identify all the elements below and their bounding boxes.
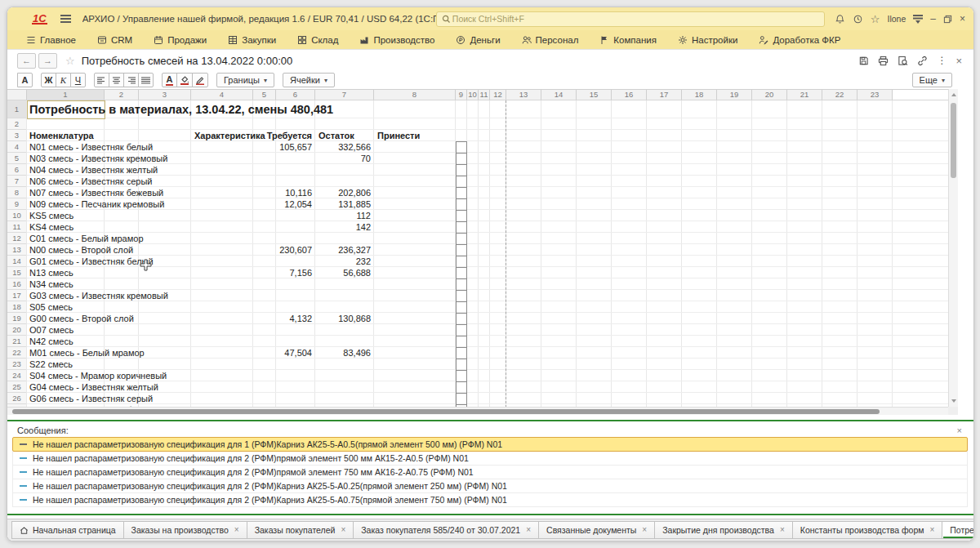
tabbar-splitter[interactable] [7, 514, 973, 515]
menu-item-kompaniya[interactable]: Компания [589, 30, 667, 49]
menu-item-glavnoe[interactable]: Главное [16, 30, 87, 49]
more-actions-icon[interactable]: ⋮ [937, 56, 947, 65]
message-item[interactable]: Не нашел распараметризованую спецификаци… [12, 465, 968, 479]
tab-prod-constants[interactable]: Константы производства форм× [792, 521, 943, 539]
fill-color-button[interactable] [176, 73, 193, 87]
row-header-8[interactable]: 8 [7, 187, 27, 198]
menu-item-prodazhi[interactable]: Продажи [143, 30, 217, 49]
more-dropdown[interactable]: Еще ▾ [912, 73, 952, 87]
cell-nomenclature[interactable]: C01 смесь - Белый мрамор [29, 234, 144, 244]
row-header-10[interactable]: 10 [7, 210, 27, 221]
bring-box-cell[interactable] [456, 164, 467, 176]
cell-nomenclature[interactable]: S05 смесь [29, 302, 73, 313]
row-header-24[interactable]: 24 [7, 370, 27, 381]
row-header-4[interactable]: 4 [7, 141, 27, 153]
bring-box-cell[interactable] [456, 370, 467, 382]
vertical-scrollbar[interactable] [948, 89, 958, 407]
tab-day-close[interactable]: Закрытие дня производства× [654, 521, 793, 539]
bring-box-cell[interactable] [456, 244, 467, 256]
cell-remaining[interactable]: 232 [315, 256, 371, 267]
cell-nomenclature[interactable]: O07 смесь [29, 325, 74, 336]
row-header-14[interactable]: 14 [7, 256, 27, 267]
close-document-icon[interactable]: × [956, 56, 962, 66]
bring-box-cell[interactable] [456, 176, 467, 188]
row-header-3[interactable]: 3 [7, 130, 27, 141]
row-header-23[interactable]: 23 [7, 359, 27, 370]
font-color-button[interactable]: А [162, 73, 177, 87]
message-item[interactable]: Не нашел распараметризованую спецификаци… [12, 492, 968, 507]
tab-close-icon[interactable]: × [929, 526, 934, 534]
bring-box-cell[interactable] [456, 278, 467, 291]
cell-nomenclature[interactable]: S04 смесь - Мрамор коричневый [29, 371, 167, 381]
cell-remaining[interactable]: 130,868 [315, 314, 371, 324]
cell-nomenclature[interactable]: KS4 смесь [29, 222, 74, 233]
row-header-12[interactable]: 12 [7, 233, 27, 244]
print-icon[interactable] [878, 56, 889, 66]
row-header-6[interactable]: 6 [7, 164, 27, 176]
menu-item-dengi[interactable]: Деньги [445, 30, 510, 49]
menu-item-sklad[interactable]: Склад [287, 30, 349, 49]
tab-close-icon[interactable]: × [526, 526, 531, 534]
cell-header-required[interactable]: Требуется [255, 131, 312, 141]
cell-nomenclature[interactable]: S22 смесь [29, 359, 73, 370]
row-header-26[interactable]: 26 [7, 393, 27, 404]
cell-remaining[interactable]: 70 [315, 154, 371, 164]
tab-related-docs[interactable]: Связанные документы× [538, 521, 655, 539]
row-header-17[interactable]: 17 [7, 290, 27, 301]
scroll-up-icon[interactable] [951, 93, 956, 96]
close-window-button[interactable]: × [960, 14, 965, 24]
cell-required[interactable]: 47,504 [255, 348, 312, 359]
row-header-2[interactable]: 2 [7, 118, 27, 130]
cell-nomenclature[interactable]: N01 смесь - Известняк белый [29, 142, 153, 153]
bring-box-cell[interactable] [456, 347, 467, 359]
borders-dropdown[interactable]: Границы ▾ [216, 73, 274, 87]
row-header-9[interactable]: 9 [7, 198, 27, 210]
cell-nomenclature[interactable]: N42 смесь [29, 336, 74, 347]
cell-nomenclature[interactable]: G04 смесь - Известняк желтый [29, 382, 158, 393]
cell-header-nomenclature[interactable]: Номенклатура [29, 131, 94, 141]
bring-box-cell[interactable] [456, 290, 467, 302]
bring-box-cell[interactable] [456, 198, 467, 211]
cell-nomenclature[interactable]: N06 смесь - Известняк серый [29, 176, 152, 187]
font-button[interactable]: А [17, 73, 33, 87]
row-header-25[interactable]: 25 [7, 381, 27, 393]
tab-close-icon[interactable]: × [234, 526, 239, 534]
horizontal-scrollbar[interactable] [7, 407, 948, 415]
cell-remaining[interactable]: 112 [315, 211, 371, 221]
menu-item-crm[interactable]: CRM [87, 30, 143, 49]
cell-remaining[interactable]: 83,496 [315, 348, 371, 359]
cell-required[interactable]: 4,132 [255, 314, 312, 324]
favorites-icon[interactable]: ☆ [871, 14, 880, 25]
cell-nomenclature[interactable]: G01 смесь - Известняк белый [29, 256, 154, 267]
horizontal-scroll-thumb[interactable] [12, 409, 880, 414]
tab-orders-customers[interactable]: Заказы покупателей× [247, 521, 354, 539]
align-left-button[interactable] [94, 73, 109, 87]
bring-box-cell[interactable] [456, 381, 467, 394]
cell-nomenclature[interactable]: G03 смесь - Известняк кремовый [29, 291, 168, 301]
bring-box-cell[interactable] [456, 210, 467, 222]
restore-button[interactable] [943, 15, 952, 24]
row-header-22[interactable]: 22 [7, 347, 27, 359]
tab-mix-demand[interactable]: Потребность смесей на 13.04.2022 0:00:00… [942, 521, 974, 539]
menu-item-proizvodstvo[interactable]: Производство [349, 30, 445, 49]
bring-box-cell[interactable] [456, 141, 467, 154]
message-item[interactable]: Не нашел распараметризованую спецификаци… [12, 437, 968, 452]
row-header-21[interactable]: 21 [7, 336, 27, 347]
align-center-button[interactable] [109, 73, 124, 87]
cell-required[interactable]: 230,607 [255, 245, 312, 256]
row-header-13[interactable]: 13 [7, 244, 27, 256]
cell-nomenclature[interactable]: N34 смесь [29, 279, 74, 290]
pen-color-button[interactable] [192, 73, 208, 87]
cell-remaining[interactable]: 202,806 [315, 188, 371, 198]
notifications-icon[interactable] [835, 14, 845, 25]
tab-customer-order[interactable]: Заказ покупателя 585/240 от 30.07.2021× [353, 521, 539, 539]
message-item[interactable]: Не нашел распараметризованую спецификаци… [12, 451, 968, 466]
tab-home[interactable]: Начальная страница [11, 521, 124, 539]
bring-box-cell[interactable] [456, 233, 467, 245]
row-header-15[interactable]: 15 [7, 267, 27, 278]
back-button[interactable]: ← [17, 53, 36, 69]
bring-box-cell[interactable] [456, 267, 467, 279]
messages-splitter[interactable] [7, 420, 973, 421]
cell-required[interactable]: 7,156 [255, 268, 312, 278]
service-menu-icon[interactable] [913, 15, 923, 23]
